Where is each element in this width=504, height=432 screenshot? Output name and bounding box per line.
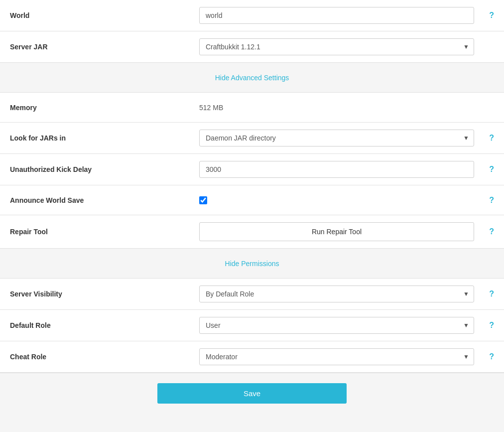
cheat-role-value-wrapper: Moderator ▼	[199, 348, 474, 365]
unauthorized-kick-delay-help[interactable]: ?	[474, 165, 494, 174]
cheat-role-help[interactable]: ?	[474, 352, 494, 361]
world-input[interactable]	[199, 7, 474, 24]
row-repair-tool: Repair Tool Run Repair Tool ?	[0, 215, 504, 249]
save-row: Save	[0, 373, 504, 414]
world-value-wrapper	[199, 7, 474, 24]
cheat-role-label: Cheat Role	[10, 353, 199, 361]
default-role-label: Default Role	[10, 321, 199, 329]
world-label: World	[10, 11, 199, 19]
memory-value: 512 MB	[199, 104, 223, 112]
server-jar-label: Server JAR	[10, 43, 199, 51]
row-unauthorized-kick-delay: Unauthorized Kick Delay ?	[0, 154, 504, 185]
unauthorized-kick-delay-value-wrapper	[199, 161, 474, 178]
world-help[interactable]: ?	[474, 11, 494, 20]
row-cheat-role: Cheat Role Moderator ▼ ?	[0, 341, 504, 373]
default-role-value-wrapper: User ▼	[199, 317, 474, 334]
default-role-select[interactable]: User	[199, 317, 474, 334]
row-hide-permissions: Hide Permissions	[0, 249, 504, 279]
row-hide-advanced: Hide Advanced Settings	[0, 63, 504, 93]
unauthorized-kick-delay-input[interactable]	[199, 161, 474, 178]
default-role-select-wrapper: User ▼	[199, 317, 474, 334]
repair-tool-button[interactable]: Run Repair Tool	[199, 222, 474, 241]
server-visibility-help[interactable]: ?	[474, 289, 494, 298]
server-visibility-select[interactable]: By Default Role	[199, 286, 474, 302]
center-content-hide-advanced: Hide Advanced Settings	[10, 74, 494, 82]
row-server-jar: Server JAR Craftbukkit 1.12.1 ▼	[0, 31, 504, 63]
row-announce-world-save: Announce World Save ?	[0, 185, 504, 215]
server-visibility-label: Server Visibility	[10, 290, 199, 298]
announce-world-save-help[interactable]: ?	[474, 196, 494, 205]
save-button[interactable]: Save	[157, 383, 347, 404]
look-for-jars-label: Look for JARs in	[10, 134, 199, 142]
default-role-help[interactable]: ?	[474, 321, 494, 330]
server-visibility-select-wrapper: By Default Role ▼	[199, 286, 474, 302]
repair-tool-label: Repair Tool	[10, 228, 199, 236]
announce-world-save-value-wrapper	[199, 196, 474, 204]
announce-world-save-label: Announce World Save	[10, 196, 199, 204]
look-for-jars-select-wrapper: Daemon JAR directory ▼	[199, 130, 474, 146]
memory-value-wrapper: 512 MB	[199, 104, 474, 112]
row-world: World ?	[0, 0, 504, 31]
announce-world-save-checkbox[interactable]	[199, 196, 207, 204]
row-look-for-jars: Look for JARs in Daemon JAR directory ▼ …	[0, 123, 504, 154]
announce-world-save-checkbox-wrapper	[199, 196, 207, 204]
look-for-jars-help[interactable]: ?	[474, 134, 494, 143]
repair-tool-value-wrapper: Run Repair Tool	[199, 222, 474, 241]
settings-container: World ? Server JAR Craftbukkit 1.12.1 ▼ …	[0, 0, 504, 373]
unauthorized-kick-delay-label: Unauthorized Kick Delay	[10, 165, 199, 173]
cheat-role-select-wrapper: Moderator ▼	[199, 348, 474, 365]
server-jar-select-wrapper: Craftbukkit 1.12.1 ▼	[199, 38, 474, 55]
look-for-jars-select[interactable]: Daemon JAR directory	[199, 130, 474, 146]
row-default-role: Default Role User ▼ ?	[0, 310, 504, 341]
hide-advanced-link[interactable]: Hide Advanced Settings	[215, 74, 289, 82]
row-server-visibility: Server Visibility By Default Role ▼ ?	[0, 279, 504, 310]
cheat-role-select[interactable]: Moderator	[199, 348, 474, 365]
look-for-jars-value-wrapper: Daemon JAR directory ▼	[199, 130, 474, 146]
server-jar-value-wrapper: Craftbukkit 1.12.1 ▼	[199, 38, 474, 55]
memory-label: Memory	[10, 104, 199, 112]
center-content-hide-permissions: Hide Permissions	[10, 260, 494, 268]
server-jar-select[interactable]: Craftbukkit 1.12.1	[199, 38, 474, 55]
hide-permissions-link[interactable]: Hide Permissions	[225, 260, 279, 268]
row-memory: Memory 512 MB	[0, 93, 504, 123]
repair-tool-help[interactable]: ?	[474, 227, 494, 236]
server-visibility-value-wrapper: By Default Role ▼	[199, 286, 474, 302]
